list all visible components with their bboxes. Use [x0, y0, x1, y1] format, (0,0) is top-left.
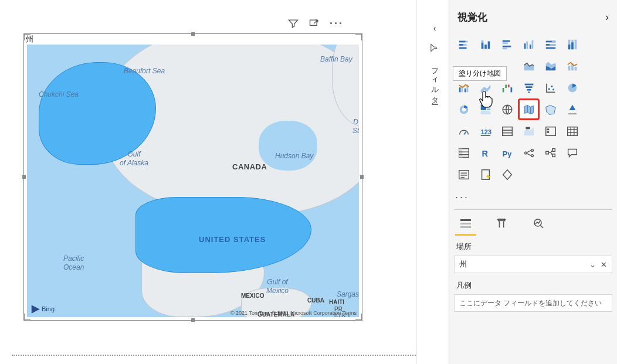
label-chukchi-sea: Chukchi Sea: [39, 90, 79, 99]
svg-rect-10: [502, 40, 510, 42]
azure-map-icon[interactable]: [562, 100, 582, 119]
qna-icon[interactable]: [562, 143, 582, 162]
viz-tooltip: 塗り分け地図: [453, 66, 507, 81]
map-attribution: © 2021 TomTom, © 2021 Microsoft Corporat…: [230, 310, 357, 316]
resize-handle[interactable]: [23, 33, 25, 40]
svg-rect-13: [502, 47, 506, 49]
filters-label: フィルター: [429, 63, 440, 101]
svg-rect-22: [545, 47, 555, 49]
visualizations-pane: 視覚化 › 塗り分け地図 123: [449, 0, 617, 364]
resize-handle[interactable]: [361, 314, 362, 321]
decomposition-tree-icon[interactable]: [541, 143, 560, 162]
svg-rect-61: [547, 128, 549, 130]
label-sargasso: Sargass: [337, 290, 359, 299]
resize-handle[interactable]: [191, 318, 195, 322]
focus-mode-icon[interactable]: [308, 18, 320, 32]
svg-rect-30: [574, 66, 577, 70]
location-field-well[interactable]: 州 ⌄ ✕: [454, 256, 612, 273]
multi-row-card-icon[interactable]: [497, 121, 517, 141]
clustered-column-chart-icon[interactable]: [519, 35, 538, 54]
legend-section-label: 凡例: [454, 273, 612, 294]
get-more-visuals-icon[interactable]: ···: [455, 191, 469, 203]
donut-chart-icon[interactable]: [454, 100, 473, 119]
resize-handle[interactable]: [23, 314, 25, 321]
r-visual-icon[interactable]: R: [476, 143, 495, 162]
line-stacked-column-icon[interactable]: [562, 56, 582, 76]
svg-rect-37: [507, 84, 509, 87]
hundred-stacked-column-icon[interactable]: [562, 35, 582, 54]
svg-rect-59: [526, 127, 530, 129]
stacked-area-chart-icon[interactable]: [541, 56, 560, 76]
svg-rect-56: [502, 127, 512, 135]
clustered-bar-chart-icon[interactable]: [497, 35, 517, 54]
stacked-column-chart-icon[interactable]: [476, 35, 495, 54]
filters-pane-collapsed[interactable]: ‹ フィルター: [425, 23, 445, 123]
svg-rect-3: [459, 44, 463, 46]
pie-chart-icon[interactable]: [562, 78, 582, 97]
svg-rect-39: [524, 83, 533, 85]
analytics-tab[interactable]: [530, 215, 547, 232]
table-icon[interactable]: [562, 121, 582, 141]
location-field-value: 州: [459, 259, 467, 270]
filled-map-visual[interactable]: 州 Beaufort Sea Baffin Bay Chukchi Sea Gu…: [23, 33, 362, 321]
svg-text:123: 123: [480, 128, 491, 135]
key-influencers-icon[interactable]: [519, 143, 538, 162]
shape-map-icon[interactable]: [541, 100, 560, 119]
python-visual-icon[interactable]: Py: [497, 143, 517, 162]
resize-handle[interactable]: [361, 33, 362, 40]
area-chart-icon[interactable]: [519, 56, 538, 76]
svg-rect-62: [547, 131, 549, 133]
kpi-icon[interactable]: [519, 121, 538, 141]
scatter-chart-icon[interactable]: [541, 78, 560, 97]
resize-handle[interactable]: [360, 175, 364, 179]
field-dropdown-icon[interactable]: ⌄: [589, 260, 596, 269]
collapse-visualizations-icon[interactable]: ›: [605, 11, 609, 23]
label-haiti: HAITI: [329, 299, 344, 305]
resize-handle[interactable]: [22, 175, 26, 179]
filled-map-icon[interactable]: [519, 100, 538, 119]
matrix-icon[interactable]: [454, 143, 473, 162]
svg-rect-86: [460, 223, 471, 224]
funnel-chart-icon[interactable]: [519, 78, 538, 97]
svg-rect-1: [459, 40, 465, 42]
smart-narrative-icon[interactable]: [454, 165, 473, 184]
map-body[interactable]: Beaufort Sea Baffin Bay Chukchi Sea Gulf…: [27, 45, 359, 317]
svg-point-76: [531, 154, 533, 157]
label-gulf-alaska: Gulf of Alaska: [120, 150, 148, 168]
svg-text:Py: Py: [502, 149, 512, 158]
label-baffin-bay: Baffin Bay: [320, 55, 352, 64]
label-hudson-bay: Hudson Bay: [275, 152, 313, 161]
field-remove-icon[interactable]: ✕: [601, 260, 607, 269]
svg-rect-28: [568, 66, 570, 70]
svg-rect-36: [505, 84, 507, 88]
stacked-bar-chart-icon[interactable]: [454, 35, 473, 54]
format-tab[interactable]: [494, 215, 510, 232]
svg-rect-52: [480, 110, 490, 114]
slicer-icon[interactable]: [541, 121, 560, 141]
svg-rect-40: [526, 86, 532, 88]
treemap-icon[interactable]: [476, 100, 495, 119]
fields-tab[interactable]: [457, 215, 474, 232]
svg-rect-26: [571, 42, 574, 49]
hundred-stacked-bar-icon[interactable]: [541, 35, 560, 54]
map-icon[interactable]: [497, 100, 517, 119]
label-mexico: MEXICO: [241, 292, 264, 299]
more-options-icon[interactable]: ···: [330, 18, 344, 32]
svg-rect-42: [528, 91, 530, 93]
expand-filters-icon[interactable]: ‹: [433, 23, 436, 33]
visual-title: 州: [26, 34, 33, 45]
paginated-report-icon[interactable]: [476, 165, 495, 184]
svg-rect-41: [527, 89, 531, 90]
canvas-bottom-border: [12, 355, 416, 356]
legend-field-well[interactable]: ここにデータ フィールドを追加してください: [454, 294, 612, 312]
svg-rect-31: [459, 87, 460, 92]
resize-handle[interactable]: [191, 32, 195, 36]
filter-icon[interactable]: [287, 18, 299, 32]
svg-rect-7: [481, 40, 483, 42]
svg-rect-85: [460, 219, 471, 221]
card-icon[interactable]: 123: [476, 121, 495, 141]
power-apps-icon[interactable]: [497, 165, 517, 184]
visual-header-toolbar: ···: [287, 18, 344, 32]
visualizations-title: 視覚化: [457, 11, 487, 24]
gauge-icon[interactable]: [454, 121, 473, 141]
